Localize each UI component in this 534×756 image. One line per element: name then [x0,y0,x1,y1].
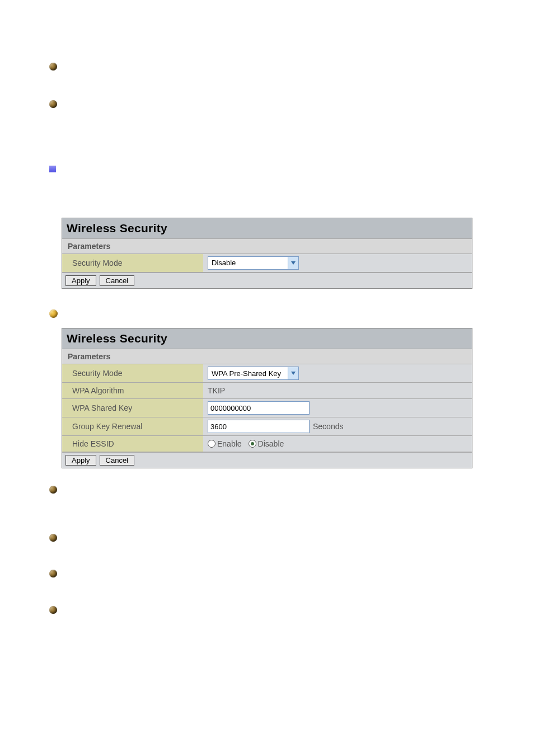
hide-essid-label: Hide ESSID [62,436,203,452]
group-key-renewal-input[interactable] [208,420,310,433]
chevron-down-icon [288,367,298,379]
button-row: Apply Cancel [62,452,472,468]
hide-essid-disable-label: Disable [258,439,284,448]
parameters-header: Parameters [62,349,472,364]
parameters-header: Parameters [62,238,472,254]
square-bullet-icon [49,166,56,172]
wpa-algorithm-value: TKIP [203,383,472,398]
cancel-button[interactable]: Cancel [100,455,134,466]
security-mode-label: Security Mode [62,254,203,272]
group-key-renewal-row: Group Key Renewal Seconds [62,417,472,436]
group-key-renewal-unit: Seconds [313,422,343,431]
apply-button[interactable]: Apply [65,275,96,286]
button-row: Apply Cancel [62,273,472,288]
hide-essid-disable-option[interactable]: Disable [249,439,284,448]
radio-icon-checked [249,440,256,448]
security-mode-row: Security Mode WPA Pre-Shared Key [62,364,472,383]
security-mode-select[interactable]: Disable [208,256,299,270]
chevron-down-icon [288,257,298,269]
wireless-security-panel-wpa: Wireless Security Parameters Security Mo… [62,328,472,468]
security-mode-select[interactable]: WPA Pre-Shared Key [208,367,299,380]
bullet-icon [49,486,57,494]
hide-essid-row: Hide ESSID Enable Disable [62,436,472,452]
panel-title: Wireless Security [62,328,472,349]
bullet-icon [49,606,57,614]
radio-icon [208,440,216,448]
security-mode-value: WPA Pre-Shared Key [208,367,288,379]
wpa-shared-key-input[interactable] [208,401,310,415]
hide-essid-radio-group: Enable Disable [208,439,284,448]
bullet-icon [49,100,57,108]
security-mode-row: Security Mode Disable [62,254,472,273]
cancel-button[interactable]: Cancel [100,275,134,286]
bullet-icon [49,63,57,71]
wpa-shared-key-row: WPA Shared Key [62,399,472,417]
bullet-icon [49,534,57,542]
wireless-security-panel-disable: Wireless Security Parameters Security Mo… [62,218,472,289]
security-mode-value: Disable [208,257,288,269]
wpa-algorithm-row: WPA Algorithm TKIP [62,383,472,399]
hide-essid-enable-label: Enable [217,439,242,448]
hide-essid-enable-option[interactable]: Enable [208,439,242,448]
apply-button[interactable]: Apply [65,455,96,466]
panel-title: Wireless Security [62,218,472,238]
security-mode-label: Security Mode [62,364,203,382]
bullet-gold-icon [49,309,58,318]
group-key-renewal-label: Group Key Renewal [62,417,203,435]
wpa-shared-key-label: WPA Shared Key [62,399,203,417]
bullet-icon [49,570,57,577]
wpa-algorithm-label: WPA Algorithm [62,383,203,398]
